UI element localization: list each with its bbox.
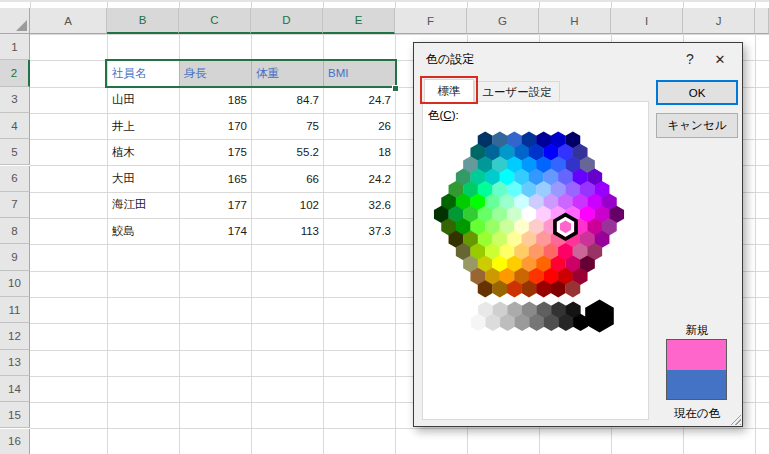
table-cell[interactable]: 55.2 xyxy=(251,139,323,165)
table-cell[interactable]: 26 xyxy=(323,113,395,139)
row-header-13[interactable]: 13 xyxy=(0,350,30,376)
close-icon[interactable]: ✕ xyxy=(706,43,734,75)
table-cell[interactable]: 66 xyxy=(251,166,323,192)
table-cell[interactable]: 鮫島 xyxy=(107,218,179,244)
row-header-7[interactable]: 7 xyxy=(0,192,30,218)
row-header-16[interactable]: 16 xyxy=(0,429,30,454)
colors-label: 色(C): xyxy=(428,108,459,123)
new-color-label: 新規 xyxy=(656,323,738,338)
table-cell[interactable]: 185 xyxy=(179,87,251,113)
table-cell[interactable]: 102 xyxy=(251,192,323,218)
table-cell[interactable]: 165 xyxy=(179,166,251,192)
table-header-cell[interactable]: 社員名 xyxy=(107,60,179,86)
colors-label-post: ): xyxy=(452,109,459,121)
row-header-12[interactable]: 12 xyxy=(0,323,30,349)
row-header-3[interactable]: 3 xyxy=(0,87,30,113)
row-header-2[interactable]: 2 xyxy=(0,60,30,86)
formula-bar-edge xyxy=(0,0,769,8)
help-button[interactable]: ? xyxy=(676,43,704,75)
table-cell[interactable]: 32.6 xyxy=(323,192,395,218)
colors-label-pre: 色( xyxy=(428,109,443,121)
row-header-5[interactable]: 5 xyxy=(0,139,30,165)
table-cell[interactable]: 植木 xyxy=(107,139,179,165)
table-cell[interactable]: 大田 xyxy=(107,166,179,192)
table-cell[interactable]: 24.2 xyxy=(323,166,395,192)
row-header-8[interactable]: 8 xyxy=(0,218,30,244)
table-cell[interactable]: 18 xyxy=(323,139,395,165)
column-header-C[interactable]: C xyxy=(179,8,251,34)
table-cell[interactable]: 113 xyxy=(251,218,323,244)
table-cell[interactable]: 24.7 xyxy=(323,87,395,113)
row-header-9[interactable]: 9 xyxy=(0,244,30,270)
color-preview-swatch xyxy=(666,339,727,400)
column-header-E[interactable]: E xyxy=(323,8,395,34)
color-settings-dialog: 色の設定 ? ✕ 標準 ユーザー設定 色(C): OK キャンセル 新規 現在の… xyxy=(413,42,743,427)
select-all-corner[interactable] xyxy=(0,8,30,34)
row-header-6[interactable]: 6 xyxy=(0,166,30,192)
row-header-15[interactable]: 15 xyxy=(0,402,30,428)
table-cell[interactable]: 海江田 xyxy=(107,192,179,218)
table-cell[interactable]: 84.7 xyxy=(251,87,323,113)
table-header-cell[interactable]: 体重 xyxy=(251,60,323,86)
table-cell[interactable]: 75 xyxy=(251,113,323,139)
black-hex-swatch[interactable] xyxy=(585,300,614,333)
table-cell[interactable]: 170 xyxy=(179,113,251,139)
tab-standard[interactable]: 標準 xyxy=(424,79,474,102)
standard-tab-panel: 色(C): xyxy=(422,101,649,420)
excel-window: ABCDEFGHIJ12345678910111213141516社員名身長体重… xyxy=(0,0,769,454)
new-color-swatch xyxy=(667,340,726,370)
current-color-label: 現在の色 xyxy=(651,406,743,421)
column-header-H[interactable]: H xyxy=(539,8,611,34)
row-header-4[interactable]: 4 xyxy=(0,113,30,139)
colors-label-accelerator: C xyxy=(443,109,451,121)
selection-fill-handle[interactable] xyxy=(392,85,399,92)
dialog-title: 色の設定 xyxy=(426,43,474,76)
table-header-cell[interactable]: 身長 xyxy=(179,60,251,86)
row-header-11[interactable]: 11 xyxy=(0,297,30,323)
column-header-partial[interactable] xyxy=(755,8,769,34)
select-all-triangle-icon xyxy=(16,20,27,31)
table-cell[interactable]: 175 xyxy=(179,139,251,165)
table-cell[interactable]: 井上 xyxy=(107,113,179,139)
tab-custom[interactable]: ユーザー設定 xyxy=(474,81,560,102)
column-header-I[interactable]: I xyxy=(611,8,683,34)
column-header-A[interactable]: A xyxy=(30,8,107,34)
column-header-J[interactable]: J xyxy=(683,8,755,34)
standard-color-hexagon[interactable] xyxy=(423,128,648,358)
column-header-G[interactable]: G xyxy=(467,8,539,34)
ok-button[interactable]: OK xyxy=(656,80,738,105)
row-header-1[interactable]: 1 xyxy=(0,34,30,60)
table-cell[interactable]: 山田 xyxy=(107,87,179,113)
table-header-cell[interactable]: BMI xyxy=(323,60,395,86)
row-header-14[interactable]: 14 xyxy=(0,376,30,402)
column-header-B[interactable]: B xyxy=(107,8,179,34)
cancel-button[interactable]: キャンセル xyxy=(656,113,738,138)
table-cell[interactable]: 37.3 xyxy=(323,218,395,244)
table-cell[interactable]: 177 xyxy=(179,192,251,218)
current-color-swatch xyxy=(667,370,726,400)
column-header-D[interactable]: D xyxy=(251,8,323,34)
column-header-F[interactable]: F xyxy=(395,8,467,34)
table-cell[interactable]: 174 xyxy=(179,218,251,244)
row-header-10[interactable]: 10 xyxy=(0,271,30,297)
